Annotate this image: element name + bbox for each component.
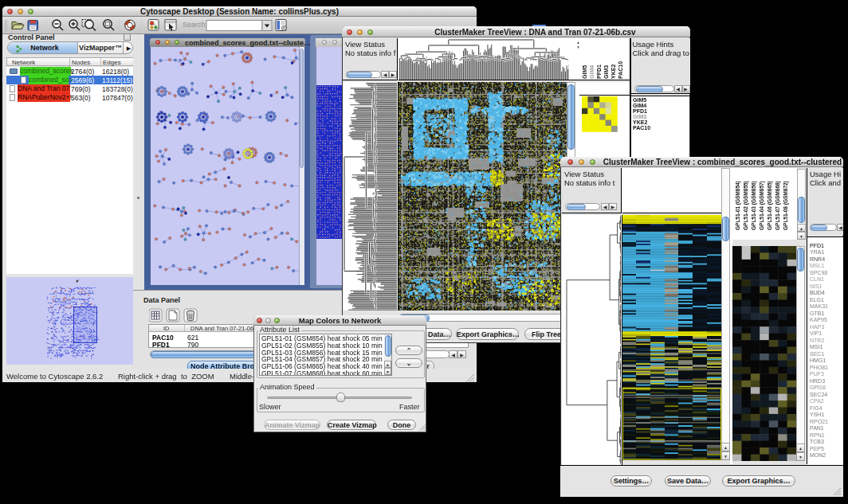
svg-text:Search:: Search: (183, 21, 207, 29)
